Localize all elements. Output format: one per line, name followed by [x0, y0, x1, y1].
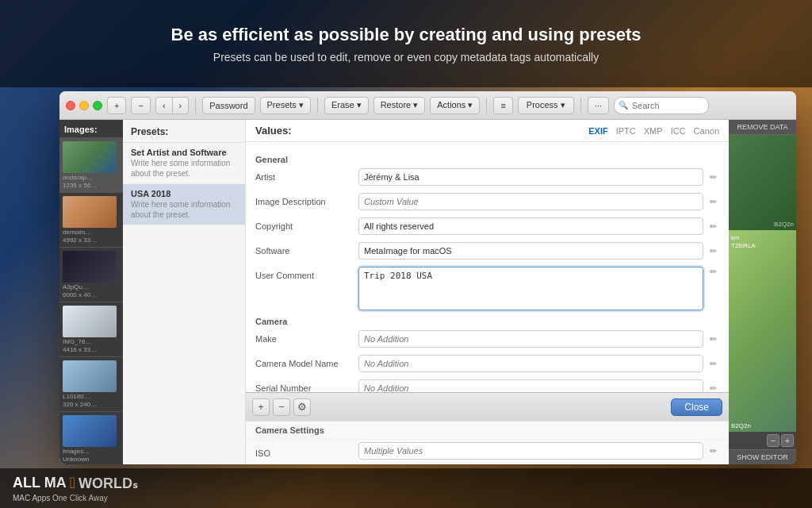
thumb-img-2	[63, 251, 117, 283]
field-software: Software ✏	[255, 242, 719, 263]
tab-iptc[interactable]: IPTC	[616, 126, 636, 136]
edit-icon-user-comment[interactable]: ✏	[707, 267, 719, 277]
search-icon: 🔍	[619, 101, 628, 110]
thumb-sublabel-1: 4992 x 33…	[63, 237, 117, 244]
photo-preview-label: B2Q2n	[774, 221, 794, 228]
thumb-sublabel-3: 4416 x 33…	[63, 346, 117, 353]
tab-exif[interactable]: EXIF	[588, 126, 607, 136]
preset-name-0: Set Artist and Software	[131, 148, 237, 157]
edit-icon-camera-model[interactable]: ✏	[707, 359, 719, 369]
input-wrapper-user-comment: Trip 2018 USA ✏	[358, 267, 719, 310]
top-subtitle: Presets can be used to edit, remove or e…	[213, 51, 599, 64]
label-user-comment: User Comment	[255, 267, 358, 280]
images-panel-header: Images:	[59, 120, 123, 138]
preset-desc-0: Write here some information about the pr…	[131, 158, 237, 179]
add-preset-button[interactable]: +	[252, 398, 270, 416]
input-wrapper-artist: ✏	[358, 168, 719, 186]
bottom-toolbar: + − ⚙ Close	[246, 392, 729, 421]
input-make[interactable]	[358, 330, 703, 348]
edit-icon-make[interactable]: ✏	[707, 334, 719, 344]
process-button[interactable]: Process ▾	[518, 97, 574, 114]
image-thumb-1[interactable]: demoim… 4992 x 33…	[59, 193, 123, 248]
field-user-comment: User Comment Trip 2018 USA ✏	[255, 267, 719, 310]
remove-toolbar-button[interactable]: −	[131, 97, 150, 114]
map-country-label: km	[731, 234, 740, 241]
thumb-img-4	[63, 360, 117, 392]
close-traffic-light[interactable]	[66, 101, 75, 110]
add-toolbar-button[interactable]: +	[107, 97, 126, 114]
search-wrapper: 🔍	[614, 97, 709, 114]
label-make: Make	[255, 330, 358, 344]
thumb-img-0	[63, 141, 117, 173]
edit-icon-software[interactable]: ✏	[707, 246, 719, 256]
remove-data-button[interactable]: REMOVE DATA	[729, 120, 796, 135]
camera-settings-panel: Camera Settings ISO ✏	[246, 421, 729, 464]
map-controls: − +	[729, 432, 796, 449]
content-area: Images: andscap… 1239 x 56… demoim… 4992…	[59, 120, 796, 464]
camera-settings-header: Camera Settings	[246, 421, 729, 440]
info-button[interactable]: ···	[588, 97, 609, 114]
tab-icc[interactable]: ICC	[671, 126, 686, 136]
remove-preset-button[interactable]: −	[273, 398, 290, 416]
password-button[interactable]: Password	[202, 97, 255, 114]
restore-button[interactable]: Restore ▾	[373, 97, 426, 114]
field-artist: Artist ✏	[255, 168, 719, 189]
minimize-traffic-light[interactable]	[79, 101, 89, 110]
thumb-sublabel-2: 6000 x 40…	[63, 291, 117, 298]
input-camera-model[interactable]	[358, 355, 703, 372]
field-copyright: Copyright ✏	[255, 217, 719, 238]
tab-xmp[interactable]: XMP	[644, 126, 663, 136]
thumb-img-3	[63, 306, 117, 337]
input-iso[interactable]	[358, 442, 703, 460]
input-user-comment[interactable]: Trip 2018 USA	[358, 267, 703, 310]
label-image-description: Image Description	[255, 193, 358, 206]
tab-canon[interactable]: Canon	[694, 126, 719, 136]
thumb-sublabel-0: 1239 x 56…	[63, 182, 117, 189]
erase-button[interactable]: Erase ▾	[324, 97, 369, 114]
close-button[interactable]: Close	[671, 398, 722, 416]
toolbar-separator-2	[317, 98, 318, 114]
input-software[interactable]	[358, 242, 703, 260]
thumb-label-5: Images…	[63, 448, 117, 455]
input-wrapper-image-description: ✏	[358, 193, 719, 210]
nav-fwd-button[interactable]: ›	[173, 97, 190, 114]
edit-icon-image-description[interactable]: ✏	[707, 197, 719, 207]
image-thumb-2[interactable]: A3pQu… 6000 x 40…	[59, 248, 123, 302]
label-camera-model: Camera Model Name	[255, 355, 358, 368]
edit-icon-iso[interactable]: ✏	[707, 446, 719, 456]
edit-icon-copyright[interactable]: ✏	[707, 221, 719, 232]
right-panel: REMOVE DATA B2Q2n km TZERLA B2Q2n − + SH…	[729, 120, 796, 464]
maximize-traffic-light[interactable]	[93, 101, 102, 110]
show-editor-button[interactable]: SHOW EDITOR	[729, 449, 796, 464]
map-region-label: TZERLA	[731, 242, 756, 249]
actions-button[interactable]: Actions ▾	[430, 97, 480, 114]
brand-apple-icon: 	[70, 474, 75, 492]
brand-world: WORLDₛ	[79, 475, 138, 492]
input-serial-number[interactable]	[358, 379, 703, 392]
settings-button[interactable]: ⚙	[293, 398, 311, 416]
photo-preview: B2Q2n	[729, 135, 796, 230]
image-thumb-3[interactable]: IMG_76… 4416 x 33…	[59, 302, 123, 357]
presets-button[interactable]: Presets ▾	[260, 97, 311, 114]
image-thumb-5[interactable]: Images… Unknown	[59, 412, 123, 464]
toolbar-separator-4	[580, 98, 581, 114]
input-copyright[interactable]	[358, 217, 703, 235]
input-image-description[interactable]	[358, 193, 703, 210]
edit-icon-serial-number[interactable]: ✏	[707, 383, 719, 393]
input-wrapper-camera-model: ✏	[358, 355, 719, 372]
preset-item-0[interactable]: Set Artist and Software Write here some …	[123, 143, 245, 184]
edit-icon-artist[interactable]: ✏	[707, 172, 719, 183]
label-serial-number: Serial Number	[255, 379, 358, 392]
preset-item-1[interactable]: USA 2018 Write here some information abo…	[123, 184, 245, 225]
presets-panel: Presets: Set Artist and Software Write h…	[123, 120, 246, 464]
image-thumb-4[interactable]: L10180… 320 x 240…	[59, 357, 123, 412]
list-view-button[interactable]: ≡	[493, 97, 512, 114]
input-artist[interactable]	[358, 168, 703, 186]
thumb-label-0: andscap…	[63, 174, 117, 181]
nav-back-button[interactable]: ‹	[155, 97, 173, 114]
map-minus-button[interactable]: −	[767, 434, 779, 447]
preset-desc-1: Write here some information about the pr…	[131, 199, 237, 220]
map-plus-button[interactable]: +	[781, 434, 794, 447]
field-image-description: Image Description ✏	[255, 193, 719, 214]
image-thumb-0[interactable]: andscap… 1239 x 56…	[59, 138, 123, 193]
